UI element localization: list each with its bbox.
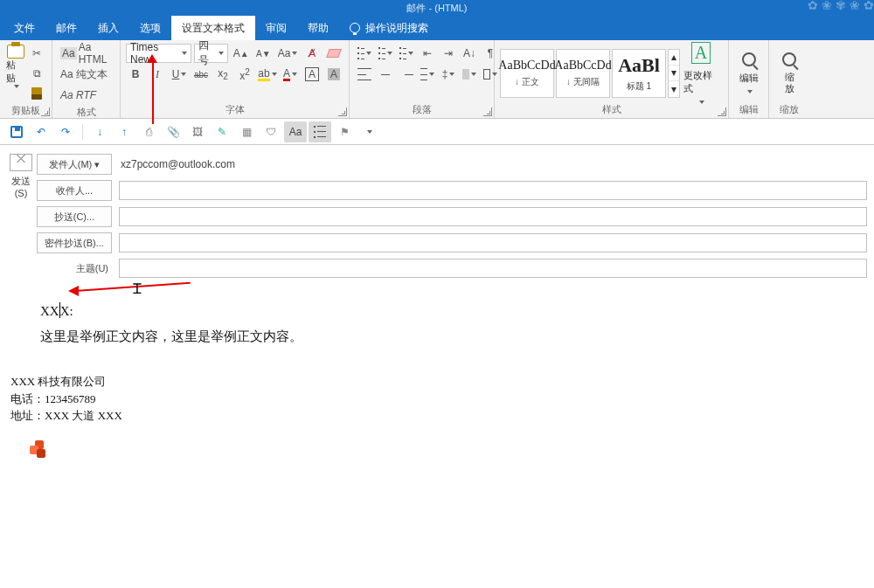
- editing-label: 编辑: [739, 72, 759, 85]
- change-styles-button[interactable]: A 更改样式: [683, 45, 718, 101]
- window-titlebar: 邮件 - (HTML) ✿ ❀ ✾ ❀ ✿: [0, 0, 874, 16]
- to-button[interactable]: 收件人...: [37, 180, 112, 201]
- tab-mail[interactable]: 邮件: [45, 16, 87, 40]
- cc-button[interactable]: 抄送(C)...: [37, 206, 112, 227]
- align-center-button[interactable]: [376, 65, 395, 84]
- underline-button[interactable]: U: [170, 65, 189, 84]
- qat-more[interactable]: [357, 121, 380, 142]
- send-button[interactable]: 发送 (S): [5, 154, 37, 278]
- qat-prev[interactable]: ↓: [88, 121, 111, 142]
- subscript-button[interactable]: x2: [213, 65, 232, 84]
- bcc-button[interactable]: 密件抄送(B)...: [37, 232, 112, 253]
- group-clipboard-label: 剪贴板: [5, 103, 46, 117]
- style-gallery[interactable]: AaBbCcDd ↓ 正文 AaBbCcDd ↓ 无间隔 AaBl 标题 1 ▴…: [500, 49, 680, 98]
- format-plain-button[interactable]: Aa 纯文本: [58, 65, 114, 84]
- qat-table[interactable]: ▦: [235, 121, 258, 142]
- style-normal[interactable]: AaBbCcDd ↓ 正文: [500, 49, 554, 98]
- bold-button[interactable]: B: [126, 65, 145, 84]
- align-left-icon: [357, 68, 371, 80]
- qat-case-toggle[interactable]: Aa: [284, 121, 307, 142]
- align-left-button[interactable]: [355, 65, 374, 84]
- tab-insert[interactable]: 插入: [87, 16, 129, 40]
- to-field[interactable]: [119, 181, 867, 200]
- scroll-down-icon[interactable]: ▾: [669, 66, 679, 81]
- font-launcher[interactable]: [338, 107, 347, 116]
- justify-button[interactable]: [418, 65, 437, 84]
- tab-review[interactable]: 审阅: [255, 16, 297, 40]
- group-zoom: 缩 放 缩放: [769, 40, 809, 118]
- tab-options[interactable]: 选项: [129, 16, 171, 40]
- bullets-button[interactable]: [355, 44, 374, 63]
- qat-permission[interactable]: 🛡: [260, 121, 282, 142]
- tab-file[interactable]: 文件: [3, 16, 45, 40]
- grow-font-button[interactable]: A▲: [231, 44, 251, 63]
- char-shading-button[interactable]: A: [324, 65, 343, 84]
- format-rtf-button[interactable]: Aa RTF: [58, 86, 114, 105]
- style-sample: AaBbCcDd: [554, 59, 611, 73]
- qat-undo[interactable]: ↶: [30, 121, 52, 142]
- change-styles-icon: A: [691, 42, 711, 64]
- align-right-button[interactable]: [397, 65, 416, 84]
- format-html-label: Aa HTML: [79, 41, 112, 66]
- shrink-font-button[interactable]: A▼: [253, 44, 273, 63]
- font-color-button[interactable]: A: [281, 65, 300, 84]
- format-eraser-button[interactable]: [324, 44, 343, 63]
- qat-next[interactable]: ↑: [113, 121, 135, 142]
- cc-field[interactable]: [119, 207, 867, 226]
- shading-button[interactable]: [460, 65, 479, 84]
- style-heading1[interactable]: AaBl 标题 1: [612, 49, 666, 98]
- qat-list-toggle[interactable]: [309, 121, 331, 142]
- qat-save[interactable]: [5, 121, 28, 142]
- body-greeting: XXX:: [40, 299, 862, 324]
- line-spacing-button[interactable]: ‡: [439, 65, 458, 84]
- increase-indent-button[interactable]: ⇥: [439, 44, 458, 63]
- window-title: 邮件 - (HTML): [406, 2, 467, 15]
- format-painter-button[interactable]: [27, 84, 46, 103]
- style-gallery-scroll[interactable]: ▴ ▾ ▾: [668, 49, 680, 98]
- qat-attach[interactable]: 📎: [162, 121, 184, 142]
- group-format: AaAa HTML Aa 纯文本 Aa RTF 格式: [52, 40, 121, 118]
- font-size-combo[interactable]: 四号: [194, 44, 228, 63]
- tab-format-text[interactable]: 设置文本格式: [171, 16, 255, 40]
- mail-body-editor[interactable]: XXX: 这里是举例正文内容，这里是举例正文内容。 XXX 科技有限公司 电话：…: [0, 283, 874, 472]
- bcc-field[interactable]: [119, 233, 867, 252]
- format-html-button[interactable]: AaAa HTML: [58, 44, 114, 63]
- superscript-button[interactable]: x2: [235, 65, 254, 84]
- qat-print[interactable]: ⎙: [137, 121, 160, 142]
- tell-me-search[interactable]: 操作说明搜索: [339, 16, 439, 40]
- paragraph-launcher[interactable]: [483, 107, 492, 116]
- gallery-expand-icon[interactable]: ▾: [669, 81, 679, 96]
- tab-help[interactable]: 帮助: [297, 16, 339, 40]
- copy-button[interactable]: ⧉: [27, 64, 46, 83]
- zoom-button[interactable]: 缩 放: [772, 45, 807, 101]
- scroll-up-icon[interactable]: ▴: [669, 50, 679, 66]
- qat-picture[interactable]: 🖼: [186, 121, 209, 142]
- multilevel-button[interactable]: [397, 44, 416, 63]
- font-family-combo[interactable]: Times New: [126, 44, 191, 63]
- from-button[interactable]: 发件人(M) ▾: [37, 154, 112, 175]
- cut-button[interactable]: ✂: [27, 44, 46, 63]
- numbering-icon: [378, 47, 385, 59]
- qat-flag[interactable]: ⚑: [333, 121, 356, 142]
- clear-formatting-button[interactable]: A̸: [302, 44, 322, 63]
- italic-button[interactable]: I: [148, 65, 167, 84]
- sort-button[interactable]: A↓: [460, 44, 479, 63]
- clipboard-launcher[interactable]: [41, 107, 50, 116]
- decrease-indent-button[interactable]: ⇤: [418, 44, 437, 63]
- compose-header: 发送 (S) 发件人(M) ▾ xz7pccom@outlook.com 收件人…: [0, 145, 874, 283]
- chevron-down-icon: [292, 52, 297, 55]
- editing-button[interactable]: 编辑: [732, 45, 766, 101]
- subject-field[interactable]: [119, 259, 867, 278]
- numbering-button[interactable]: [376, 44, 395, 63]
- style-nospacing[interactable]: AaBbCcDd ↓ 无间隔: [556, 49, 610, 98]
- group-font-label: 字体: [126, 102, 343, 116]
- paste-button[interactable]: 粘贴: [5, 44, 25, 89]
- qat-redo[interactable]: ↷: [54, 121, 77, 142]
- styles-launcher[interactable]: [718, 107, 726, 116]
- change-case-button[interactable]: Aa: [275, 44, 300, 63]
- highlight-color-button[interactable]: ab: [257, 65, 278, 84]
- qat-signature[interactable]: ✎: [211, 121, 233, 142]
- strikethrough-button[interactable]: abc: [191, 65, 211, 84]
- chevron-down-icon: [747, 90, 753, 93]
- char-border-button[interactable]: A: [302, 65, 322, 84]
